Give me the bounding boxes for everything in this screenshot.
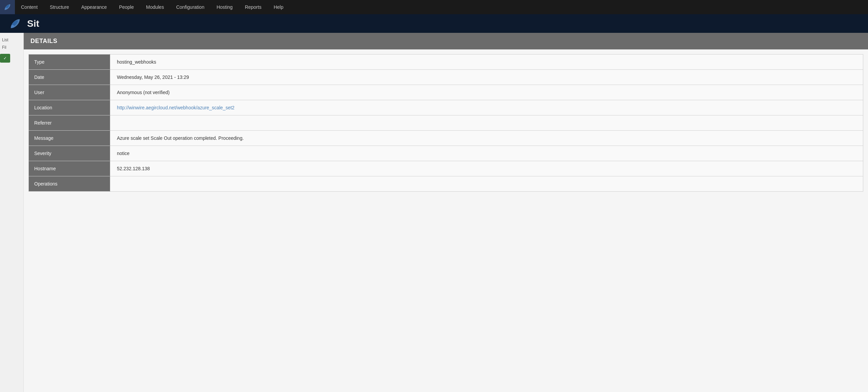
svg-point-0 [5,7,7,9]
main-content: List Fil ✓ DETAILS Typehosting_webhooksD… [0,33,868,392]
row-label: Location [29,100,110,115]
row-label: Type [29,55,110,70]
nav-items-list: Content Structure Appearance People Modu… [15,0,289,14]
row-value: notice [110,146,863,161]
secondary-bar: Sit [0,14,868,33]
site-name-partial: Sit [27,18,39,29]
nav-item-structure[interactable]: Structure [44,0,75,14]
details-header: DETAILS [24,33,868,49]
sidebar: List Fil ✓ [0,33,24,392]
nav-item-help[interactable]: Help [268,0,290,14]
table-row: Referrer [29,115,863,131]
row-label: User [29,85,110,100]
table-row: Typehosting_webhooks [29,55,863,70]
sidebar-list-label[interactable]: List [0,36,23,44]
table-row: Locationhttp://winwire.aegircloud.net/we… [29,100,863,115]
row-label: Referrer [29,115,110,131]
location-link[interactable]: http://winwire.aegircloud.net/webhook/az… [117,105,234,110]
svg-point-1 [11,25,14,28]
row-value [110,176,863,192]
row-value: Azure scale set Scale Out operation comp… [110,131,863,146]
details-panel: DETAILS Typehosting_webhooksDateWednesda… [24,33,868,392]
nav-item-content[interactable]: Content [15,0,44,14]
filter-button[interactable]: ✓ [0,54,10,63]
nav-item-modules[interactable]: Modules [140,0,170,14]
row-label: Date [29,70,110,85]
row-label: Operations [29,176,110,192]
sidebar-filter-label[interactable]: Fil [0,44,23,51]
table-row: UserAnonymous (not verified) [29,85,863,100]
details-table: Typehosting_webhooksDateWednesday, May 2… [28,54,863,192]
table-row: Severitynotice [29,146,863,161]
table-row: Operations [29,176,863,192]
nav-item-configuration[interactable]: Configuration [170,0,210,14]
row-value[interactable]: http://winwire.aegircloud.net/webhook/az… [110,100,863,115]
site-logo-secondary [7,15,24,32]
table-row: DateWednesday, May 26, 2021 - 13:29 [29,70,863,85]
row-label: Hostname [29,161,110,176]
nav-item-appearance[interactable]: Appearance [75,0,113,14]
row-value: 52.232.128.138 [110,161,863,176]
row-value: Wednesday, May 26, 2021 - 13:29 [110,70,863,85]
nav-item-people[interactable]: People [113,0,140,14]
row-value: hosting_webhooks [110,55,863,70]
table-row: Hostname52.232.128.138 [29,161,863,176]
row-value: Anonymous (not verified) [110,85,863,100]
row-value [110,115,863,131]
site-logo[interactable] [0,0,15,14]
table-row: MessageAzure scale set Scale Out operati… [29,131,863,146]
nav-item-hosting[interactable]: Hosting [210,0,239,14]
row-label: Severity [29,146,110,161]
top-navigation: Content Structure Appearance People Modu… [0,0,868,14]
nav-item-reports[interactable]: Reports [239,0,268,14]
row-label: Message [29,131,110,146]
